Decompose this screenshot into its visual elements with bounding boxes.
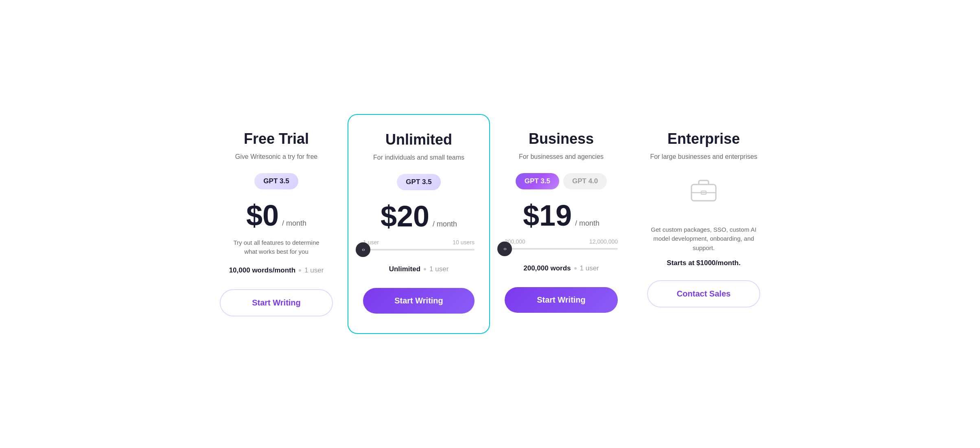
- users-business: 1 user: [580, 264, 599, 272]
- plan-card-business: Business For businesses and agencies GPT…: [490, 114, 632, 329]
- plan-card-free: Free Trial Give Writesonic a try for fre…: [205, 114, 348, 332]
- slider-labels-unlimited: 1 user 10 users: [363, 239, 475, 246]
- users-unlimited: 1 user: [429, 265, 448, 273]
- plan-title-free: Free Trial: [244, 130, 309, 147]
- plan-summary-unlimited: Unlimited 1 user: [389, 265, 449, 273]
- price-container-unlimited: $20 / month: [381, 202, 457, 231]
- words-unlimited: Unlimited: [389, 265, 420, 273]
- price-period-business: / month: [575, 219, 599, 228]
- plan-subtitle-unlimited: For individuals and small teams: [373, 153, 464, 162]
- separator-business: [574, 267, 577, 270]
- slider-track-unlimited[interactable]: ‹ ›: [363, 249, 475, 250]
- price-amount-free: $0: [246, 201, 279, 230]
- plan-summary-free: 10,000 words/month 1 user: [229, 266, 324, 275]
- users-free: 1 user: [304, 266, 324, 275]
- gpt-options-unlimited: GPT 3.5: [397, 174, 440, 190]
- briefcase-icon: [687, 173, 720, 206]
- plan-card-unlimited: Unlimited For individuals and small team…: [348, 114, 490, 334]
- gpt-badge-business-40[interactable]: GPT 4.0: [563, 173, 607, 189]
- slider-max-unlimited: 10 users: [453, 239, 475, 246]
- slider-arrows-unlimited: ‹ ›: [362, 247, 364, 253]
- price-period-unlimited: / month: [433, 220, 457, 228]
- price-container-business: $19 / month: [523, 201, 599, 230]
- plan-subtitle-enterprise: For large businesses and enterprises: [650, 152, 757, 161]
- gpt-badge-business-35[interactable]: GPT 3.5: [516, 173, 559, 189]
- plan-subtitle-free: Give Writesonic a try for free: [235, 152, 317, 161]
- plan-summary-business: 200,000 words 1 user: [523, 264, 599, 272]
- price-period-free: / month: [282, 219, 306, 228]
- separator-free: [299, 269, 301, 272]
- gpt-options-business: GPT 3.5 GPT 4.0: [516, 173, 607, 189]
- enterprise-starting-price: Starts at $1000/month.: [667, 259, 740, 267]
- slider-thumb-unlimited[interactable]: ‹ ›: [356, 242, 370, 257]
- slider-business: 200,000 12,000,000 ‹ ›: [505, 238, 618, 258]
- plan-subtitle-business: For businesses and agencies: [519, 152, 604, 161]
- gpt-options-free: GPT 3.5: [254, 173, 298, 189]
- pricing-grid: Free Trial Give Writesonic a try for fre…: [205, 114, 775, 334]
- slider-arrows-business: ‹ ›: [503, 246, 505, 252]
- enterprise-icon-wrapper: [687, 173, 720, 219]
- words-business: 200,000 words: [523, 264, 571, 272]
- start-writing-button-unlimited[interactable]: Start Writing: [363, 288, 475, 314]
- gpt-badge-free[interactable]: GPT 3.5: [254, 173, 298, 189]
- separator-unlimited: [424, 268, 426, 270]
- enterprise-description: Get custom packages, SSO, custom AI mode…: [651, 225, 757, 253]
- plan-title-business: Business: [529, 130, 594, 147]
- plan-title-unlimited: Unlimited: [385, 131, 452, 148]
- price-amount-unlimited: $20: [381, 202, 429, 231]
- start-writing-button-free[interactable]: Start Writing: [220, 289, 333, 316]
- slider-max-business: 12,000,000: [589, 238, 618, 245]
- gpt-badge-unlimited[interactable]: GPT 3.5: [397, 174, 440, 190]
- price-container-free: $0 / month: [246, 201, 306, 230]
- slider-thumb-business[interactable]: ‹ ›: [497, 242, 512, 256]
- plan-title-enterprise: Enterprise: [667, 130, 740, 147]
- slider-labels-business: 200,000 12,000,000: [505, 238, 618, 245]
- words-free: 10,000 words/month: [229, 266, 295, 275]
- price-amount-business: $19: [523, 201, 572, 230]
- plan-card-enterprise: Enterprise For large businesses and ente…: [632, 114, 775, 324]
- plan-description-free: Try out all features to determine what w…: [228, 238, 325, 257]
- contact-sales-button[interactable]: Contact Sales: [647, 280, 760, 307]
- start-writing-button-business[interactable]: Start Writing: [505, 287, 618, 313]
- slider-track-business[interactable]: ‹ ›: [505, 248, 618, 250]
- slider-unlimited: 1 user 10 users ‹ ›: [363, 239, 475, 259]
